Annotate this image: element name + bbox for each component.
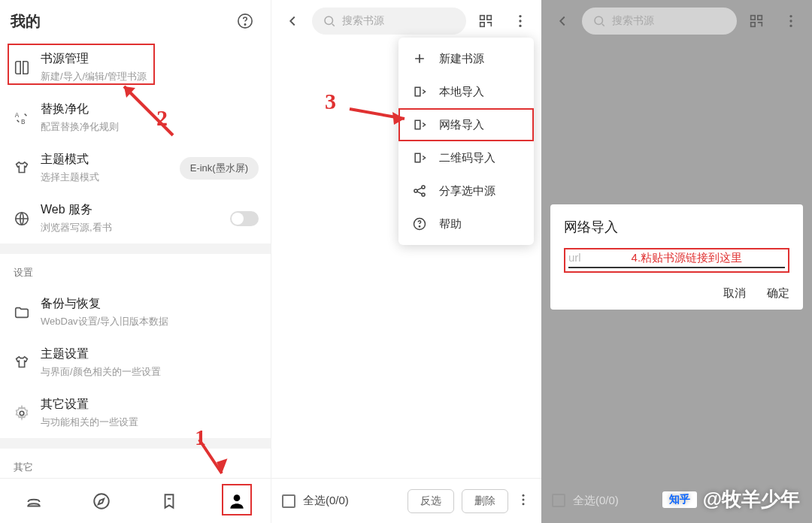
gear-icon — [14, 405, 35, 422]
topbar: 搜索书源 — [271, 0, 541, 42]
svg-point-7 — [94, 494, 109, 509]
row-title: 其它设置 — [41, 397, 257, 413]
menu-label: 二维码导入 — [439, 151, 495, 165]
svg-point-21 — [523, 494, 525, 496]
select-all-checkbox[interactable] — [282, 494, 295, 508]
row-sub: 浏览器写源,看书 — [41, 221, 257, 234]
menu-network-import[interactable]: 网络导入 — [398, 108, 534, 141]
back-icon[interactable] — [547, 6, 577, 36]
header-bar: 我的 — [0, 0, 271, 42]
row-web-service[interactable]: Web 服务 浏览器写源,看书 — [0, 193, 271, 243]
ok-button[interactable]: 确定 — [767, 286, 789, 301]
watermark: 知乎 @牧羊少年 — [662, 486, 800, 512]
menu-label: 本地导入 — [439, 85, 484, 99]
svg-point-30 — [789, 25, 792, 27]
web-service-toggle[interactable] — [230, 211, 259, 226]
menu-new-source[interactable]: 新建书源 — [398, 42, 534, 75]
row-theme-mode[interactable]: 主题模式 选择主题模式 E-ink(墨水屏) — [0, 143, 271, 193]
menu-label: 分享选中源 — [439, 184, 495, 198]
search-placeholder: 搜索书源 — [612, 14, 654, 28]
menu-qr-import[interactable]: 二维码导入 — [398, 141, 534, 174]
svg-point-13 — [519, 15, 521, 17]
panel-dialog-screen: 搜索书源 网络导入 url 4.粘贴书源链接到这里 取消 确定 全选(0/0) — [541, 0, 812, 523]
divider — [0, 438, 271, 449]
section-other-label: 其它 — [0, 449, 271, 482]
search-placeholder: 搜索书源 — [342, 14, 384, 28]
svg-text:A: A — [15, 112, 20, 119]
qr-icon[interactable] — [741, 6, 771, 36]
nav-bookshelf-icon[interactable] — [0, 479, 68, 523]
svg-rect-11 — [487, 16, 492, 20]
svg-point-9 — [325, 17, 333, 25]
row-source-manage[interactable]: 书源管理 新建/导入/编辑/管理书源 — [0, 42, 271, 92]
svg-point-1 — [244, 24, 245, 25]
theme-pill[interactable]: E-ink(墨水屏) — [180, 157, 259, 180]
svg-rect-25 — [751, 16, 756, 20]
section-settings-label: 设置 — [0, 254, 271, 287]
qr-icon[interactable] — [471, 6, 501, 36]
nav-bookmark-icon[interactable] — [135, 479, 203, 523]
svg-rect-26 — [758, 16, 762, 20]
search-icon — [323, 14, 336, 28]
select-all-checkbox[interactable] — [552, 494, 565, 507]
row-other-settings[interactable]: 其它设置与功能相关的一些设置 — [0, 388, 271, 438]
search-icon — [592, 14, 606, 28]
more-icon[interactable] — [776, 6, 806, 36]
more-icon[interactable] — [505, 6, 535, 36]
shirt-icon — [14, 355, 35, 371]
menu-share-selected[interactable]: 分享选中源 — [398, 174, 534, 207]
row-title: Web 服务 — [41, 202, 257, 218]
help-icon[interactable] — [230, 6, 260, 36]
input-placeholder: url — [568, 251, 581, 264]
row-sub: 与界面/颜色相关的一些设置 — [41, 365, 257, 379]
folder-icon — [14, 304, 35, 321]
row-backup-restore[interactable]: 备份与恢复WebDav设置/导入旧版本数据 — [0, 287, 271, 337]
row-theme-settings[interactable]: 主题设置与界面/颜色相关的一些设置 — [0, 337, 271, 388]
cancel-button[interactable]: 取消 — [723, 286, 746, 301]
row-title: 主题设置 — [41, 346, 257, 362]
book-icon — [14, 59, 35, 76]
highlight-box-input: url 4.粘贴书源链接到这里 — [564, 248, 789, 273]
svg-rect-12 — [480, 23, 485, 27]
row-sub: WebDav设置/导入旧版本数据 — [41, 315, 257, 328]
row-title: 备份与恢复 — [41, 296, 257, 312]
panel-my: 我的 书源管理 新建/导入/编辑/管理书源 AB 替换净化 配置替换净化规则 主… — [0, 0, 271, 523]
nav-explore-icon[interactable] — [68, 479, 135, 523]
back-icon[interactable] — [277, 6, 308, 36]
search-input[interactable]: 搜索书源 — [312, 8, 466, 35]
network-import-dialog: 网络导入 url 4.粘贴书源链接到这里 取消 确定 — [550, 204, 803, 310]
svg-point-29 — [789, 20, 792, 22]
annotation-hint: 4.粘贴书源链接到这里 — [632, 251, 743, 265]
panel-book-sources: 搜索书源 新建书源 本地导入 网络导入 二维码导入 分享选中源 帮助 全选(0/… — [271, 0, 541, 523]
replace-icon: AB — [14, 110, 35, 126]
menu-local-import[interactable]: 本地导入 — [398, 75, 534, 108]
menu-label: 帮助 — [439, 217, 462, 231]
svg-rect-27 — [751, 23, 756, 27]
dialog-title: 网络导入 — [564, 218, 789, 236]
url-input[interactable]: url 4.粘贴书源链接到这里 — [568, 251, 785, 268]
select-all-label: 全选(0/0) — [573, 494, 619, 508]
menu-help[interactable]: 帮助 — [398, 207, 534, 240]
toolbar-more-icon[interactable] — [516, 492, 531, 510]
select-all-label: 全选(0/0) — [303, 494, 400, 508]
row-sub: 与功能相关的一些设置 — [41, 416, 257, 429]
svg-point-24 — [595, 17, 603, 25]
svg-point-28 — [789, 15, 792, 17]
row-replace-purify[interactable]: AB 替换净化 配置替换净化规则 — [0, 92, 271, 143]
bottom-nav — [0, 478, 271, 523]
svg-point-23 — [523, 503, 525, 505]
svg-point-22 — [523, 498, 525, 500]
svg-point-14 — [519, 20, 521, 22]
page-title: 我的 — [11, 11, 230, 32]
invert-button[interactable]: 反选 — [408, 489, 454, 513]
menu-label: 网络导入 — [439, 118, 484, 132]
svg-text:B: B — [21, 119, 26, 125]
svg-point-20 — [419, 226, 420, 227]
shirt-icon — [14, 160, 35, 177]
svg-rect-10 — [480, 16, 485, 20]
row-title: 书源管理 — [41, 51, 257, 67]
nav-profile-icon[interactable] — [203, 479, 271, 523]
delete-button[interactable]: 删除 — [462, 489, 508, 513]
search-input[interactable]: 搜索书源 — [582, 8, 737, 35]
overflow-menu: 新建书源 本地导入 网络导入 二维码导入 分享选中源 帮助 — [398, 38, 534, 245]
